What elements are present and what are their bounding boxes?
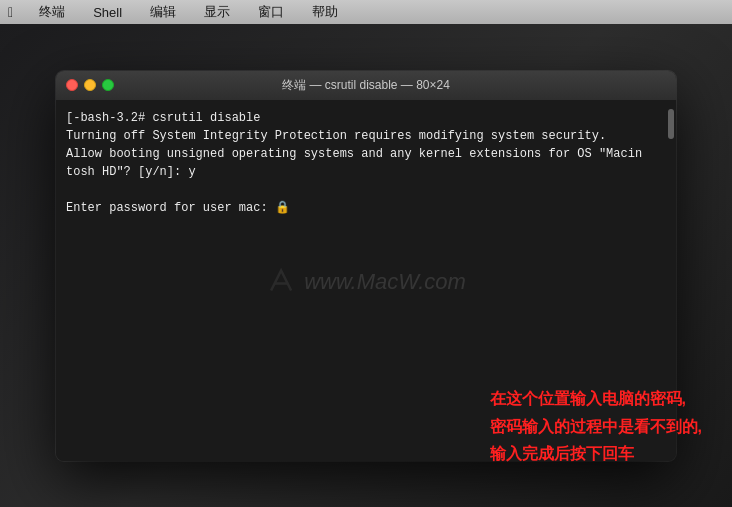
menu-item-view[interactable]: 显示 (198, 1, 236, 23)
apple-logo[interactable]:  (8, 4, 13, 20)
menu-item-help[interactable]: 帮助 (306, 1, 344, 23)
terminal-line-6: Enter password for user mac: 🔒 (66, 199, 666, 217)
terminal-line-1: [-bash-3.2# csrutil disable (66, 109, 666, 127)
scrollbar[interactable] (668, 109, 674, 139)
terminal-line-2: Turning off System Integrity Protection … (66, 127, 666, 145)
terminal-line-4: tosh HD"? [y/n]: y (66, 163, 666, 181)
menu-item-shell[interactable]: Shell (87, 3, 128, 22)
terminal-line-5 (66, 181, 666, 199)
watermark: www.MacW.com (266, 264, 466, 297)
terminal-content[interactable]: [-bash-3.2# csrutil disable Turning off … (56, 101, 676, 461)
maximize-button[interactable] (102, 79, 114, 91)
terminal-title: 终端 — csrutil disable — 80×24 (282, 77, 450, 94)
desktop: 终端 — csrutil disable — 80×24 [-bash-3.2#… (0, 24, 732, 507)
terminal-titlebar: 终端 — csrutil disable — 80×24 (56, 71, 676, 101)
close-button[interactable] (66, 79, 78, 91)
watermark-text: www.MacW.com (304, 264, 466, 297)
menu-item-terminal[interactable]: 终端 (33, 1, 71, 23)
menubar:  终端 Shell 编辑 显示 窗口 帮助 (0, 0, 732, 24)
traffic-lights (66, 79, 114, 91)
menu-item-window[interactable]: 窗口 (252, 1, 290, 23)
terminal-line-3: Allow booting unsigned operating systems… (66, 145, 666, 163)
terminal-window: 终端 — csrutil disable — 80×24 [-bash-3.2#… (56, 71, 676, 461)
menu-item-edit[interactable]: 编辑 (144, 1, 182, 23)
minimize-button[interactable] (84, 79, 96, 91)
